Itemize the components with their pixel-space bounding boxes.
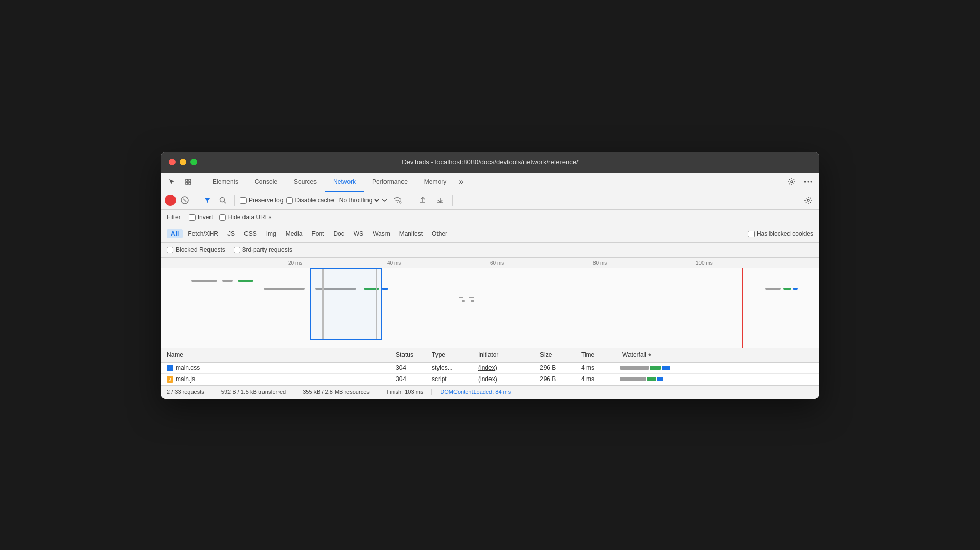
wf-row1-gray2	[222, 280, 233, 282]
record-button[interactable]	[165, 195, 176, 206]
titlebar: DevTools - localhost:8080/docs/devtools/…	[161, 152, 819, 173]
has-blocked-cookies-checkbox[interactable]	[748, 231, 755, 237]
throttle-select[interactable]: No throttling	[337, 196, 381, 204]
type-btn-media[interactable]: Media	[282, 229, 307, 238]
devtools-body: Elements Console Sources Network Perform…	[161, 173, 819, 399]
svg-point-10	[220, 198, 225, 202]
toolbar-network: Preserve log Disable cache No throttling	[161, 192, 819, 210]
type-btn-wasm[interactable]: Wasm	[369, 229, 394, 238]
upload-icon	[419, 197, 426, 204]
type-btn-font[interactable]: Font	[307, 229, 328, 238]
timeline-ruler: 20 ms 40 ms 60 ms 80 ms 100 ms	[161, 258, 819, 268]
cursor-icon-btn[interactable]	[165, 175, 179, 189]
th-size[interactable]: Size	[536, 351, 577, 358]
preserve-log-label[interactable]: Preserve log	[240, 197, 283, 204]
type-btn-css[interactable]: CSS	[240, 229, 261, 238]
has-blocked-cookies-label[interactable]: Has blocked cookies	[748, 230, 813, 237]
disable-cache-label[interactable]: Disable cache	[286, 197, 334, 204]
th-name[interactable]: Name	[163, 351, 392, 358]
tab-network[interactable]: Network	[325, 172, 364, 192]
inspect-icon-btn[interactable]	[181, 175, 196, 189]
sep-2	[196, 195, 196, 206]
svg-point-12	[399, 201, 401, 203]
td-time-css: 4 ms	[577, 364, 618, 371]
tab-sources[interactable]: Sources	[286, 172, 325, 192]
clear-button[interactable]	[179, 195, 190, 206]
finish-line	[742, 268, 743, 348]
type-btn-fetch[interactable]: Fetch/XHR	[184, 229, 222, 238]
maximize-button[interactable]	[190, 159, 197, 165]
hide-data-urls-label[interactable]: Hide data URLs	[219, 214, 272, 221]
third-party-checkbox[interactable]	[234, 247, 240, 253]
gear-icon	[804, 196, 812, 204]
settings-icon-btn[interactable]	[784, 175, 799, 189]
tab-console[interactable]: Console	[247, 172, 286, 192]
invert-label[interactable]: Invert	[189, 214, 213, 221]
td-size-css: 296 B	[536, 364, 577, 371]
blocked-cookies-wrapper: Has blocked cookies	[748, 230, 813, 237]
ruler-100ms: 100 ms	[696, 260, 713, 266]
wf-right-green	[783, 288, 791, 290]
minimize-button[interactable]	[180, 159, 186, 165]
td-initiator-js: (index)	[474, 375, 536, 383]
th-initiator[interactable]: Initiator	[474, 351, 536, 358]
timeline-selection-box	[310, 268, 382, 340]
third-party-label[interactable]: 3rd-party requests	[234, 246, 292, 253]
search-button[interactable]	[217, 194, 229, 207]
more-icon-btn[interactable]	[801, 175, 815, 189]
table-row[interactable]: C main.css 304 styles... (index) 296 B 4…	[161, 363, 819, 374]
tab-performance[interactable]: Performance	[364, 172, 416, 192]
type-btn-img[interactable]: Img	[262, 229, 281, 238]
type-btn-other[interactable]: Other	[428, 229, 451, 238]
disable-cache-checkbox[interactable]	[286, 197, 293, 204]
type-btn-all[interactable]: All	[167, 229, 183, 238]
cursor-icon	[168, 178, 176, 185]
td-size-js: 296 B	[536, 375, 577, 383]
download-icon	[436, 197, 444, 204]
table-header: Name Status Type Initiator Size Time Wat…	[161, 348, 819, 363]
th-waterfall[interactable]: Waterfall	[618, 351, 807, 358]
wifi-settings-btn[interactable]	[390, 193, 405, 208]
wf-scatter3	[462, 300, 465, 302]
blocked-requests-label[interactable]: Blocked Requests	[167, 246, 225, 253]
js-file-icon: J	[167, 376, 173, 383]
inspect-icon	[185, 178, 192, 185]
tab-elements[interactable]: Elements	[204, 172, 247, 192]
td-waterfall-css	[618, 366, 817, 370]
timeline-area[interactable]: 20 ms 40 ms 60 ms 80 ms 100 ms	[161, 258, 819, 348]
type-btn-doc[interactable]: Doc	[329, 229, 348, 238]
preserve-log-checkbox[interactable]	[240, 197, 247, 204]
network-settings-btn[interactable]	[801, 193, 815, 208]
close-button[interactable]	[169, 159, 176, 165]
type-btn-ws[interactable]: WS	[349, 229, 367, 238]
invert-checkbox[interactable]	[189, 214, 196, 221]
svg-point-6	[808, 181, 809, 183]
sel-handle2	[376, 269, 377, 339]
upload-btn[interactable]	[415, 193, 430, 208]
wf-right-gray	[765, 288, 781, 290]
svg-line-11	[224, 202, 226, 204]
th-type[interactable]: Type	[428, 351, 474, 358]
download-btn[interactable]	[433, 193, 447, 208]
th-time[interactable]: Time	[577, 351, 618, 358]
sep-3	[234, 195, 235, 206]
svg-point-4	[791, 181, 793, 183]
tab-memory[interactable]: Memory	[416, 172, 454, 192]
timeline-content	[161, 268, 819, 348]
type-btn-manifest[interactable]: Manifest	[395, 229, 427, 238]
th-status[interactable]: Status	[392, 351, 428, 358]
tab-more[interactable]: »	[454, 172, 467, 192]
hide-data-urls-checkbox[interactable]	[219, 214, 226, 221]
filter-button[interactable]	[201, 194, 214, 207]
clear-icon	[181, 196, 189, 204]
type-btn-js[interactable]: JS	[223, 229, 239, 238]
td-status-js: 304	[392, 375, 428, 383]
svg-point-15	[807, 199, 809, 201]
search-icon	[219, 197, 226, 204]
svg-rect-1	[189, 179, 191, 181]
toolbar-top: Elements Console Sources Network Perform…	[161, 173, 819, 192]
blocked-requests-checkbox[interactable]	[167, 247, 173, 253]
table-row[interactable]: J main.js 304 script (index) 296 B 4 ms	[161, 374, 819, 385]
ruler-80ms: 80 ms	[593, 260, 607, 266]
td-initiator-css: (index)	[474, 364, 536, 371]
